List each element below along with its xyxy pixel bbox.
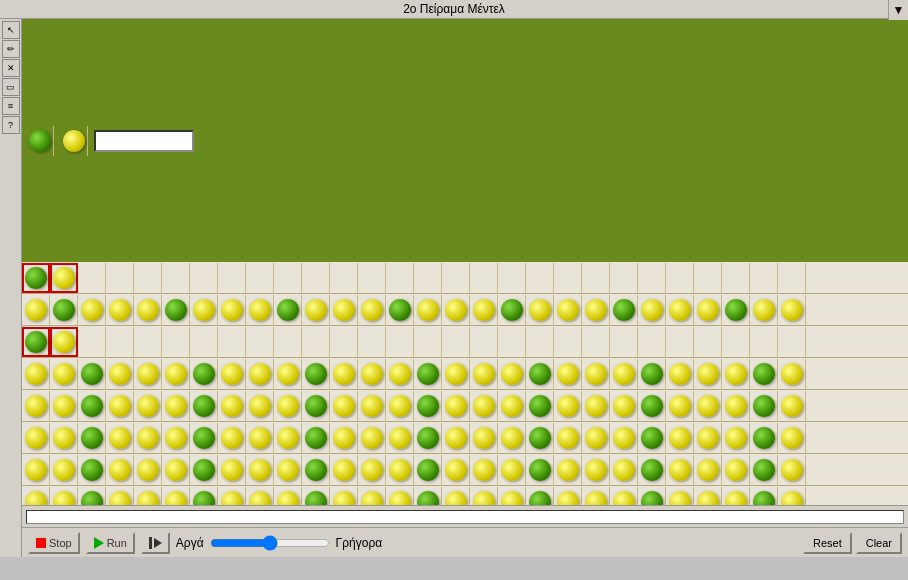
grid-cell[interactable] (526, 487, 554, 506)
grid-cell[interactable] (78, 423, 106, 453)
grid-cell[interactable] (554, 455, 582, 485)
grid-cell[interactable] (470, 327, 498, 357)
grid-cell[interactable] (694, 327, 722, 357)
grid-cell[interactable] (190, 327, 218, 357)
pencil-tool[interactable]: ✏ (2, 40, 20, 58)
grid-cell[interactable] (162, 359, 190, 389)
select-tool[interactable]: ▭ (2, 78, 20, 96)
run-button[interactable]: Run (86, 532, 135, 554)
grid-cell[interactable] (414, 423, 442, 453)
grid-cell[interactable] (106, 263, 134, 293)
grid-cell[interactable] (778, 263, 806, 293)
grid-cell[interactable] (50, 391, 78, 421)
grid-cell[interactable] (22, 295, 50, 325)
grid-cell[interactable] (78, 455, 106, 485)
grid-cell[interactable] (666, 423, 694, 453)
grid-cell[interactable] (750, 263, 778, 293)
grid-cell[interactable] (554, 391, 582, 421)
grid-cell[interactable] (22, 359, 50, 389)
grid-cell[interactable] (638, 487, 666, 506)
grid-cell[interactable] (274, 359, 302, 389)
step-button[interactable] (141, 532, 170, 554)
grid-cell[interactable] (414, 359, 442, 389)
grid-cell[interactable] (134, 487, 162, 506)
reset-button[interactable]: Reset (803, 532, 852, 554)
grid-cell[interactable] (414, 391, 442, 421)
clear-button[interactable]: Clear (856, 532, 902, 554)
grid-cell[interactable] (246, 263, 274, 293)
grid-cell[interactable] (442, 263, 470, 293)
grid-cell[interactable] (190, 295, 218, 325)
grid-cell[interactable] (582, 295, 610, 325)
grid-cell[interactable] (638, 455, 666, 485)
grid-cell[interactable] (78, 487, 106, 506)
grid-cell[interactable] (22, 391, 50, 421)
grid-cell[interactable] (470, 423, 498, 453)
grid-cell[interactable] (218, 295, 246, 325)
grid-cell[interactable] (218, 359, 246, 389)
grid-cell[interactable] (498, 423, 526, 453)
grid-cell[interactable] (246, 391, 274, 421)
grid-cell[interactable] (22, 423, 50, 453)
grid-cell[interactable] (22, 455, 50, 485)
grid-cell[interactable] (358, 487, 386, 506)
grid-cell[interactable] (778, 359, 806, 389)
grid-cell[interactable] (722, 295, 750, 325)
grid-cell[interactable] (554, 295, 582, 325)
grid-cell[interactable] (78, 391, 106, 421)
grid-cell[interactable] (330, 295, 358, 325)
grid-cell[interactable] (246, 295, 274, 325)
grid-cell[interactable] (498, 263, 526, 293)
grid-cell[interactable] (526, 295, 554, 325)
grid-cell[interactable] (190, 423, 218, 453)
grid-cell[interactable] (750, 455, 778, 485)
grid-cell[interactable] (358, 391, 386, 421)
grid-cell[interactable] (162, 487, 190, 506)
grid-cell[interactable] (750, 391, 778, 421)
grid-cell[interactable] (638, 359, 666, 389)
lines-tool[interactable]: ≡ (2, 97, 20, 115)
grid-cell[interactable] (694, 423, 722, 453)
grid-cell[interactable] (666, 455, 694, 485)
grid-cell[interactable] (358, 455, 386, 485)
grid-cell[interactable] (50, 359, 78, 389)
grid-cell[interactable] (162, 327, 190, 357)
grid-cell[interactable] (358, 327, 386, 357)
grid-cell[interactable] (358, 295, 386, 325)
grid-cell[interactable] (442, 423, 470, 453)
grid-cell[interactable] (526, 423, 554, 453)
grid-cell[interactable] (302, 359, 330, 389)
grid-cell[interactable] (302, 263, 330, 293)
grid-cell[interactable] (582, 455, 610, 485)
grid-cell[interactable] (554, 423, 582, 453)
grid-cell[interactable] (386, 455, 414, 485)
grid-cell[interactable] (638, 423, 666, 453)
grid-cell[interactable] (386, 295, 414, 325)
grid-cell[interactable] (498, 487, 526, 506)
grid-cell[interactable] (666, 295, 694, 325)
grid-cell[interactable] (330, 359, 358, 389)
grid-cell[interactable] (610, 391, 638, 421)
grid-cell[interactable] (134, 263, 162, 293)
grid-cell[interactable] (694, 487, 722, 506)
grid-cell[interactable] (274, 423, 302, 453)
grid-cell[interactable] (134, 359, 162, 389)
grid-cell[interactable] (246, 327, 274, 357)
grid-cell[interactable] (162, 391, 190, 421)
grid-cell[interactable] (750, 423, 778, 453)
grid-cell[interactable] (78, 263, 106, 293)
grid-cell[interactable] (218, 423, 246, 453)
grid-cell[interactable] (526, 327, 554, 357)
grid-cell[interactable] (610, 359, 638, 389)
grid-cell[interactable] (526, 455, 554, 485)
grid-cell[interactable] (330, 391, 358, 421)
grid-cell[interactable] (302, 423, 330, 453)
grid-cell[interactable] (526, 359, 554, 389)
grid-cell[interactable] (106, 327, 134, 357)
grid-cell[interactable] (358, 423, 386, 453)
grid-cell[interactable] (218, 327, 246, 357)
grid-cell[interactable] (470, 391, 498, 421)
grid-cell[interactable] (442, 359, 470, 389)
grid-cell[interactable] (694, 455, 722, 485)
grid-cell[interactable] (22, 263, 50, 293)
